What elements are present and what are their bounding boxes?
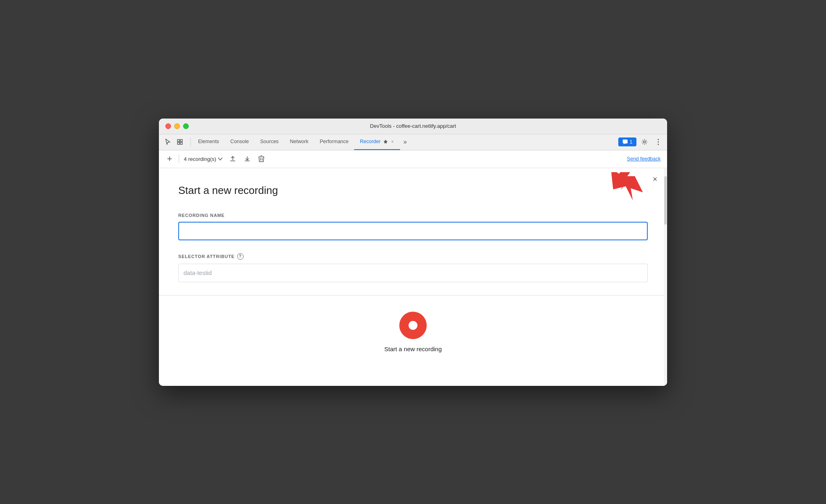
recording-name-section: RECORDING NAME (178, 213, 648, 240)
recorder-actions (227, 154, 266, 164)
tab-recorder[interactable]: Recorder × (354, 134, 400, 150)
more-options-btn[interactable] (653, 136, 664, 148)
tabs-container: Elements Console Sources Network Perform… (192, 134, 410, 150)
cursor-icon (165, 139, 171, 145)
start-recording-section: Start a new recording (178, 312, 648, 352)
close-panel-btn[interactable]: × (653, 175, 657, 184)
send-feedback-link[interactable]: Send feedback (627, 156, 661, 162)
inspect-icon (177, 139, 183, 145)
svg-point-7 (658, 142, 659, 143)
svg-rect-4 (623, 140, 628, 143)
tab-network[interactable]: Network (284, 134, 314, 150)
export-btn[interactable] (227, 154, 238, 164)
more-vertical-icon (657, 139, 659, 145)
main-content: × Start a new recording RECORDING NAME S… (159, 168, 667, 386)
window-title: DevTools - coffee-cart.netlify.app/cart (370, 123, 456, 129)
recording-name-input[interactable] (178, 222, 648, 240)
devtools-window: DevTools - coffee-cart.netlify.app/cart (159, 119, 667, 386)
toolbar-divider (190, 137, 191, 146)
selector-attribute-label: SELECTOR ATTRIBUTE ? (178, 253, 648, 260)
title-bar: DevTools - coffee-cart.netlify.app/cart (159, 119, 667, 134)
svg-point-6 (658, 139, 659, 140)
tab-performance[interactable]: Performance (314, 134, 355, 150)
start-recording-btn[interactable] (399, 312, 427, 339)
chevron-down-icon (218, 157, 223, 160)
toolbar-right: 1 (618, 136, 664, 148)
svg-rect-0 (177, 140, 179, 142)
svg-point-8 (658, 144, 659, 145)
delete-btn[interactable] (257, 154, 266, 164)
recording-selector[interactable]: 4 recording(s) (184, 156, 223, 162)
scrollbar-thumb (664, 176, 667, 225)
recorder-toolbar: + 4 recording(s) (159, 150, 667, 168)
upload-icon (229, 155, 236, 162)
svg-rect-2 (177, 142, 179, 144)
recording-name-label: RECORDING NAME (178, 213, 648, 218)
maximize-traffic-light[interactable] (183, 123, 189, 129)
toolbar-icons (162, 136, 186, 148)
help-icon[interactable]: ? (237, 253, 244, 260)
red-arrow-annotation (603, 172, 643, 206)
svg-point-5 (644, 141, 646, 143)
selector-attribute-input[interactable] (178, 264, 648, 282)
selector-attribute-section: SELECTOR ATTRIBUTE ? (178, 253, 648, 282)
recorder-toolbar-divider (179, 154, 179, 163)
form-divider (159, 295, 667, 296)
more-tabs-btn[interactable]: » (400, 134, 410, 150)
minimize-traffic-light[interactable] (174, 123, 180, 129)
form-title: Start a new recording (178, 184, 648, 197)
chat-button[interactable]: 1 (618, 137, 636, 146)
scrollbar-track[interactable] (664, 168, 667, 386)
tab-sources[interactable]: Sources (254, 134, 284, 150)
add-recording-btn[interactable]: + (165, 153, 174, 165)
cursor-icon-btn[interactable] (162, 136, 173, 148)
record-button-inner (409, 321, 417, 330)
import-btn[interactable] (242, 154, 252, 164)
inspect-icon-btn[interactable] (174, 136, 186, 148)
arrow-svg (603, 172, 643, 204)
settings-btn[interactable] (639, 136, 650, 148)
gear-icon (641, 139, 648, 145)
traffic-lights (165, 123, 189, 129)
svg-rect-3 (180, 142, 182, 144)
trash-icon (258, 155, 265, 162)
start-recording-label: Start a new recording (384, 346, 442, 352)
tab-console[interactable]: Console (225, 134, 254, 150)
chat-icon (622, 139, 628, 145)
svg-rect-1 (180, 140, 182, 142)
devtools-toolbar: Elements Console Sources Network Perform… (159, 134, 667, 150)
recorder-tab-close[interactable]: × (390, 138, 394, 145)
close-traffic-light[interactable] (165, 123, 171, 129)
download-icon (244, 155, 251, 162)
recorder-pin-icon (383, 139, 388, 144)
main-content-wrapper: × Start a new recording RECORDING NAME S… (159, 168, 667, 386)
tab-elements[interactable]: Elements (192, 134, 225, 150)
